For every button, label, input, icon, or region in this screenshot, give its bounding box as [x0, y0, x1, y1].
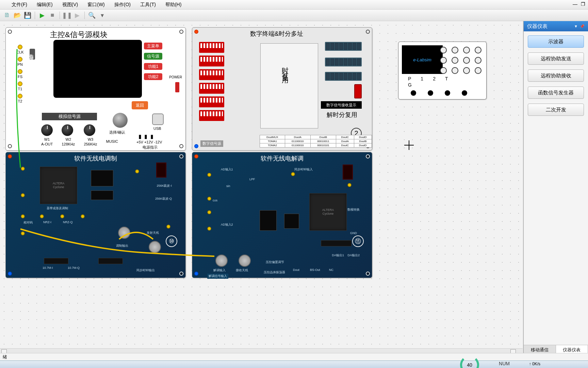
- port[interactable]: [135, 169, 139, 173]
- minimize-icon[interactable]: —: [573, 1, 577, 7]
- dropdown-icon[interactable]: ▾: [98, 11, 107, 20]
- btn-remote-recv[interactable]: 远程协助接收: [528, 70, 584, 82]
- osc-knob[interactable]: [475, 47, 481, 53]
- port[interactable]: [60, 214, 64, 218]
- port[interactable]: [207, 197, 211, 201]
- open-icon[interactable]: 📂: [13, 11, 22, 20]
- port[interactable]: [21, 193, 25, 197]
- probe-port[interactable]: [462, 90, 467, 96]
- port[interactable]: [207, 173, 211, 177]
- port-t1[interactable]: [18, 81, 22, 86]
- btn-main-menu[interactable]: 主菜单: [144, 43, 162, 49]
- toolbar: 🗎📂💾▶■❚❚▶🔍▾: [0, 10, 588, 21]
- usb-port-icon[interactable]: [152, 113, 164, 125]
- coax-port[interactable]: [118, 227, 130, 239]
- pin-header[interactable]: [321, 240, 352, 246]
- btn-func-gen[interactable]: 函数信号发生器: [528, 87, 584, 99]
- oscilloscope-screen[interactable]: e-Labsim: [402, 45, 443, 74]
- btn-func2[interactable]: 功能2: [144, 73, 162, 80]
- probe-port[interactable]: [445, 90, 450, 96]
- power-values: +5V +12V -12V: [136, 140, 162, 144]
- osc-knob[interactable]: [463, 67, 470, 74]
- workspace-canvas[interactable]: 主控&信号源模块 主菜单 信号源 功能1 功能2 返回 POWER CLK PN…: [0, 21, 523, 354]
- pin-header[interactable]: [98, 258, 123, 264]
- port-fs[interactable]: [18, 69, 22, 74]
- port[interactable]: [40, 214, 44, 218]
- btn-return[interactable]: 返回: [132, 101, 148, 109]
- btn-remote-send[interactable]: 远程协助发送: [528, 52, 584, 65]
- pause-icon[interactable]: ❚❚: [63, 11, 71, 20]
- menu-file[interactable]: 文件(F): [7, 2, 32, 8]
- module-digital-tdma[interactable]: 数字终端&时分多址 时分复用 数字信号接收显示 解时分复用 2 数字信号源 Do…: [192, 27, 372, 151]
- red-toggle-switch[interactable]: [354, 84, 362, 98]
- port[interactable]: [21, 167, 25, 171]
- dropdown-icon[interactable]: ▼ 📌: [574, 24, 585, 29]
- module-signal-source[interactable]: 主控&信号源模块 主菜单 信号源 功能1 功能2 返回 POWER CLK PN…: [5, 27, 186, 151]
- knob-w2[interactable]: [62, 124, 73, 136]
- port[interactable]: [21, 214, 25, 218]
- port[interactable]: [347, 183, 352, 187]
- new-icon[interactable]: 🗎: [3, 11, 12, 20]
- btn-signal-src[interactable]: 信号源: [144, 53, 162, 60]
- coax-port[interactable]: [239, 255, 251, 267]
- osc-knob[interactable]: [452, 57, 458, 64]
- module-oscilloscope[interactable]: e-Labsim P 1 2 T G: [398, 42, 487, 99]
- port-clk[interactable]: [18, 45, 22, 49]
- run-icon[interactable]: ▶: [38, 11, 47, 20]
- menu-view[interactable]: 视图(V): [58, 2, 83, 8]
- osc-knob[interactable]: [463, 57, 470, 64]
- dip-switch-4[interactable]: [199, 83, 224, 94]
- dip-switch-2[interactable]: [199, 56, 224, 66]
- port[interactable]: [291, 172, 295, 176]
- knob-w1[interactable]: [41, 124, 53, 136]
- btn-secondary-dev[interactable]: 二次开发: [528, 104, 584, 116]
- knob-w3-sub: 256KHz: [84, 142, 97, 146]
- osc-knob[interactable]: [475, 57, 481, 64]
- play-icon[interactable]: ▶: [73, 11, 82, 20]
- port[interactable]: [207, 227, 211, 231]
- module-number-10: ⑩: [166, 235, 177, 247]
- port[interactable]: [166, 225, 170, 229]
- dip-switch-5[interactable]: [199, 96, 224, 107]
- pcb-label: sin: [226, 184, 230, 188]
- port[interactable]: [207, 210, 211, 214]
- pcb-label: 解调信号输入: [207, 274, 228, 279]
- stop-icon[interactable]: ■: [48, 11, 57, 20]
- knob-w3[interactable]: [84, 124, 95, 136]
- power-indicator-label: 电源指示: [143, 145, 158, 150]
- port-t2[interactable]: [18, 94, 22, 98]
- select-confirm-knob[interactable]: [113, 113, 128, 128]
- btn-oscilloscope[interactable]: 示波器: [528, 35, 584, 48]
- osc-knob[interactable]: [463, 47, 470, 53]
- port[interactable]: [81, 214, 85, 218]
- osc-knob[interactable]: [440, 47, 447, 53]
- module1-lcd[interactable]: [53, 40, 142, 98]
- coax-port[interactable]: [149, 241, 161, 253]
- dip-switch-3[interactable]: [199, 69, 224, 80]
- dip-switch-6[interactable]: [199, 110, 224, 121]
- pin-header[interactable]: [44, 258, 68, 264]
- menu-edit[interactable]: 编辑(E): [32, 2, 58, 8]
- dip-switch-1[interactable]: [199, 42, 224, 53]
- osc-knob[interactable]: [452, 47, 458, 53]
- menu-tools[interactable]: 工具(T): [135, 2, 161, 8]
- oscilloscope-brand: e-Labsim: [413, 57, 431, 62]
- coax-port[interactable]: [215, 255, 228, 267]
- zoom-icon[interactable]: 🔍: [87, 11, 96, 20]
- port[interactable]: [21, 231, 25, 235]
- save-icon[interactable]: 💾: [23, 11, 32, 20]
- port-pn[interactable]: [18, 57, 22, 62]
- module-sdr-demodulator[interactable]: 软件无线电解调 ALTERACyclone ⑪ 解调输入 接收天线 压控晶体振荡…: [192, 152, 372, 278]
- probe-port[interactable]: [411, 90, 416, 96]
- maximize-icon[interactable]: ❐: [581, 1, 585, 7]
- osc-knob[interactable]: [452, 67, 458, 74]
- menu-operate[interactable]: 操作(O): [110, 2, 135, 8]
- osc-knob[interactable]: [440, 57, 447, 64]
- probe-port[interactable]: [428, 90, 433, 96]
- osc-knob[interactable]: [475, 67, 481, 74]
- module-sdr-modulator[interactable]: 软件无线电调制 ALTERACyclone ⑩ 基带成形及调制 相对码 NRZ-…: [5, 152, 186, 278]
- osc-knob[interactable]: [440, 67, 447, 74]
- menu-window[interactable]: 窗口(W): [83, 2, 110, 8]
- menu-help[interactable]: 帮助(H): [161, 2, 186, 8]
- btn-func1[interactable]: 功能1: [144, 63, 162, 70]
